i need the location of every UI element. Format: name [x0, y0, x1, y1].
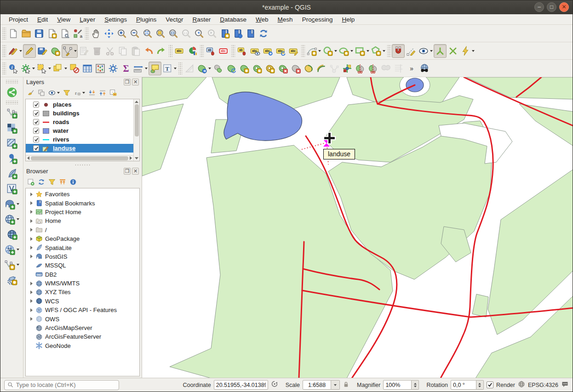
simplify-feature-button[interactable]	[238, 62, 251, 75]
new-print-layout-button[interactable]	[46, 27, 58, 40]
measure-button[interactable]	[132, 62, 149, 75]
add-virtual-layer-button[interactable]	[6, 182, 18, 196]
expander-icon[interactable]	[29, 317, 34, 321]
style-manager-button[interactable]: a	[71, 27, 84, 40]
panel-splitter[interactable]	[23, 163, 142, 166]
filter-browser-button[interactable]	[48, 178, 56, 186]
new-spatial-bookmark-button[interactable]	[218, 27, 231, 40]
field-calculator-button[interactable]	[94, 62, 107, 75]
expander-icon[interactable]	[29, 246, 34, 250]
browser-item-project-home[interactable]: Project Home	[26, 208, 139, 216]
enable-snapping-button[interactable]	[392, 44, 405, 58]
magnifier-input[interactable]	[383, 380, 412, 390]
offset-curve-button[interactable]	[315, 62, 328, 75]
pan-to-selection-button[interactable]	[103, 27, 115, 40]
close-panel-button[interactable]: ✕	[132, 168, 139, 175]
new-project-button[interactable]	[7, 27, 20, 40]
expand-all-button[interactable]	[88, 89, 96, 97]
change-label-button[interactable]: abc	[287, 44, 300, 58]
browser-item-favorites[interactable]: Favorites	[26, 190, 139, 199]
map-tips-button[interactable]	[149, 62, 161, 75]
browser-item-wcs[interactable]: WCS	[26, 297, 139, 306]
select-features-button[interactable]	[36, 62, 52, 75]
refresh-map-button[interactable]	[257, 27, 270, 40]
render-checkbox[interactable]	[487, 381, 493, 388]
toolbar-drag-handle[interactable]	[85, 28, 89, 40]
browser-item-spatialite[interactable]: SpatiaLite	[26, 243, 139, 252]
select-by-value-dropdown-arrow[interactable]	[64, 68, 67, 69]
scale-dropdown-button[interactable]	[331, 380, 340, 390]
browser-item-wfs-ogc-api-features[interactable]: VWFS / OGC API - Features	[26, 306, 139, 314]
select-features-dropdown-arrow[interactable]	[48, 68, 51, 69]
crs-status[interactable]: EPSG:4326	[528, 382, 558, 388]
move-feature-dropdown-arrow[interactable]	[208, 68, 211, 69]
locate-box[interactable]	[4, 380, 119, 390]
toolbar-drag-handle[interactable]	[2, 62, 6, 74]
redo-button[interactable]	[155, 44, 168, 58]
draw-ellipse-dropdown-arrow[interactable]	[350, 50, 353, 52]
self-snapping-dropdown-arrow[interactable]	[472, 50, 475, 52]
run-feature-action-dropdown-arrow[interactable]	[32, 68, 35, 69]
delete-ring-button[interactable]	[276, 62, 289, 75]
vertex-tool-dropdown-arrow[interactable]	[74, 50, 77, 52]
add-wms-layer-dropdown-arrow[interactable]	[17, 218, 19, 220]
browser-item--[interactable]: /	[26, 226, 139, 234]
enable-tracing-button[interactable]	[405, 44, 418, 58]
text-annotation-button[interactable]: T	[161, 62, 178, 75]
add-wfs-layer-dropdown-arrow[interactable]	[17, 249, 19, 250]
save-project-button[interactable]	[33, 27, 46, 40]
statistical-summary-button[interactable]: Σ	[120, 62, 132, 75]
browser-item-wms-wmts[interactable]: WMS/WMTS	[26, 279, 139, 288]
zoom-to-layer-button[interactable]	[167, 27, 180, 40]
show-hidden-labels-button[interactable]: abc	[249, 44, 262, 58]
expander-icon[interactable]	[29, 228, 34, 232]
layer-item-roads[interactable]: roads	[26, 118, 133, 126]
new-gpx-layer-button[interactable]	[6, 273, 18, 287]
refresh-browser-button[interactable]	[38, 178, 45, 186]
metasearch-button[interactable]	[418, 62, 431, 75]
menu-raster[interactable]: Raster	[188, 15, 216, 24]
expander-icon[interactable]	[29, 201, 34, 205]
add-ring-button[interactable]	[251, 62, 264, 75]
menu-help[interactable]: Help	[337, 15, 359, 24]
manage-map-themes-button[interactable]	[48, 89, 60, 97]
toolbar-overflow-button[interactable]: »	[405, 62, 418, 75]
expander-icon[interactable]	[29, 237, 34, 241]
toolbar-drag-handle[interactable]	[6, 80, 18, 84]
close-button[interactable]: ✕	[559, 2, 569, 12]
options-button[interactable]	[107, 62, 120, 75]
layer-item-places[interactable]: places	[26, 100, 133, 109]
split-parts-button[interactable]	[367, 62, 379, 75]
crs-globe-icon[interactable]	[518, 381, 525, 389]
filter-by-expression-button[interactable]: ε	[74, 89, 85, 97]
layers-vertical-scrollbar[interactable]	[133, 99, 139, 161]
draw-rectangle-button[interactable]	[354, 44, 370, 58]
layer-item-landuse[interactable]: landuse	[26, 144, 133, 153]
text-annotation-dropdown-arrow[interactable]	[174, 68, 177, 69]
zoom-last-button[interactable]	[193, 27, 206, 40]
toolbar-drag-handle[interactable]	[231, 45, 235, 57]
layer-checkbox-places[interactable]	[33, 102, 39, 108]
show-layout-manager-button[interactable]	[58, 27, 71, 40]
draw-regular-polygon-dropdown-arrow[interactable]	[383, 50, 385, 52]
float-panel-button[interactable]: ❐	[124, 79, 131, 85]
menu-project[interactable]: Project	[4, 15, 33, 24]
menu-vector[interactable]: Vector	[161, 15, 188, 24]
scale-input[interactable]	[303, 380, 331, 390]
float-panel-button[interactable]: ❐	[124, 168, 131, 175]
add-wfs-layer-button[interactable]: V	[3, 243, 20, 256]
toolbar-drag-handle[interactable]	[2, 45, 6, 57]
layer-item-water[interactable]: water	[26, 126, 133, 135]
menu-database[interactable]: Database	[215, 15, 251, 24]
minimize-button[interactable]: –	[534, 2, 544, 12]
expander-icon[interactable]	[29, 255, 34, 258]
measure-dropdown-arrow[interactable]	[145, 68, 148, 69]
pin-unpin-labels-button[interactable]: ab	[205, 44, 218, 58]
draw-circle-dropdown-arrow[interactable]	[334, 50, 337, 52]
align-features-button[interactable]	[341, 62, 354, 75]
open-attribute-table-button[interactable]	[81, 62, 94, 75]
identify-features-button[interactable]: i	[7, 62, 20, 75]
fill-ring-button[interactable]	[264, 62, 276, 75]
maximize-button[interactable]: □	[547, 2, 556, 12]
save-layer-edits-button[interactable]	[36, 44, 49, 58]
